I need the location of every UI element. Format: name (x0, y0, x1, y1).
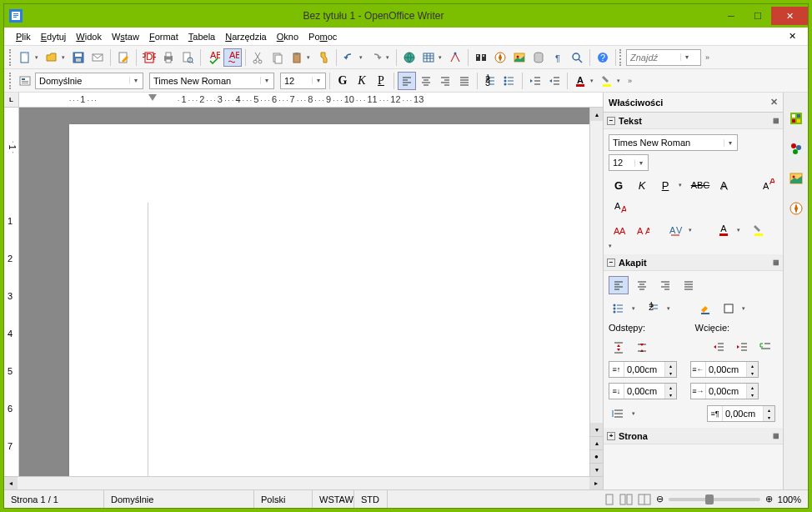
indent-first-input[interactable] (723, 406, 763, 421)
sidebar-numbering-dropdown[interactable]: ▾ (667, 305, 675, 312)
section-paragraph-toggle[interactable]: − (607, 259, 615, 267)
sidebar-fontcolor-dropdown[interactable]: ▾ (737, 227, 745, 233)
sidebar-parabg-button[interactable] (719, 299, 739, 318)
italic-button[interactable]: K (353, 72, 371, 90)
sidebar-underline-button[interactable]: P (655, 176, 675, 194)
indent-right-spinner[interactable]: ≡→ ▴▾ (690, 383, 759, 399)
auto-spellcheck-button[interactable]: ABC (223, 48, 242, 67)
sidebar-spacing-dropdown[interactable]: ▾ (689, 227, 697, 233)
undo-dropdown[interactable]: ▾ (359, 54, 366, 61)
redo-button[interactable] (367, 48, 385, 67)
section-page-header[interactable]: + Strona ▦ (604, 428, 783, 444)
scroll-down-button[interactable]: ▾ (590, 423, 603, 436)
horizontal-ruler[interactable]: L · · · 1 · · · · 1 · · · 2 · · · 3 · · … (4, 93, 603, 108)
decrease-indent-sidebar-button[interactable] (732, 338, 752, 356)
spacing-above-input[interactable] (624, 362, 664, 377)
find-dropdown[interactable]: ▾ (680, 53, 692, 61)
underline-button[interactable]: P (372, 72, 390, 90)
line-spacing-dropdown[interactable]: ▾ (632, 410, 640, 417)
sidebar-parabg-dropdown[interactable]: ▾ (742, 305, 750, 312)
save-button[interactable] (69, 48, 88, 67)
maximize-button[interactable]: ☐ (744, 7, 771, 25)
document-canvas[interactable] (19, 108, 589, 476)
indent-first-up[interactable]: ▴ (764, 406, 774, 414)
find-toolbar[interactable]: ▾ (626, 49, 701, 66)
open-dropdown[interactable]: ▾ (62, 54, 68, 61)
menu-file[interactable]: Plik (11, 30, 36, 43)
edit-file-button[interactable] (114, 48, 133, 67)
section-text-toggle[interactable]: − (607, 117, 615, 125)
status-insert-mode[interactable]: WSTAW (313, 490, 354, 508)
sidebar-bullets-dropdown[interactable]: ▾ (632, 305, 640, 312)
section-page-toggle[interactable]: + (607, 432, 615, 440)
hyperlink-button[interactable] (400, 48, 419, 67)
sidebar-align-center-button[interactable] (632, 276, 652, 294)
align-justify-button[interactable] (455, 72, 474, 90)
table-button[interactable] (419, 48, 438, 67)
indent-right-down[interactable]: ▾ (747, 391, 758, 399)
zoom-thumb[interactable] (705, 494, 714, 504)
toolbar-overflow[interactable]: » (705, 53, 709, 62)
page-text-area[interactable] (148, 203, 574, 476)
sidebar-highlight-dropdown[interactable]: ▾ (609, 243, 617, 249)
indent-first-spinner[interactable]: ≡¶ ▴▾ (707, 405, 775, 422)
view-layout-multi-icon[interactable] (619, 494, 633, 505)
styles-button[interactable] (16, 72, 34, 90)
status-page[interactable]: Strona 1 / 1 (4, 490, 104, 508)
sidebar-highlight-button[interactable] (749, 221, 769, 239)
copy-button[interactable] (268, 48, 287, 67)
font-size-arrow[interactable]: ▾ (312, 77, 323, 84)
find-replace-button[interactable] (472, 48, 490, 67)
sidetab-styles[interactable] (787, 139, 805, 158)
menu-help[interactable]: Pomoc (303, 30, 342, 43)
nonprinting-chars-button[interactable]: ¶ (549, 48, 567, 67)
show-draw-functions-button[interactable] (446, 48, 464, 67)
prev-page-button[interactable]: ▴ (590, 436, 603, 449)
sidebar-align-left-button[interactable] (609, 276, 629, 294)
view-layout-book-icon[interactable] (638, 494, 651, 505)
page-more-options[interactable]: ▦ (773, 432, 779, 439)
view-layout-single-icon[interactable] (604, 494, 614, 505)
data-sources-button[interactable] (529, 48, 548, 67)
scroll-right-button[interactable]: ▸ (589, 477, 603, 489)
menu-window[interactable]: Okno (272, 30, 303, 43)
indent-right-up[interactable]: ▴ (747, 384, 758, 391)
zoom-percent[interactable]: 100% (778, 494, 801, 504)
sidebar-strikethrough-button[interactable]: ABC (690, 176, 710, 194)
horizontal-scrollbar[interactable]: ◂ ▸ (4, 476, 603, 489)
sidetab-navigator[interactable] (787, 199, 805, 218)
align-right-button[interactable] (436, 72, 454, 90)
font-name-arrow[interactable]: ▾ (260, 77, 272, 84)
new-dropdown[interactable]: ▾ (35, 54, 42, 61)
sidebar-subscript-button[interactable]: AA (609, 198, 629, 216)
sidebar-spacing-button[interactable]: AV (665, 221, 685, 239)
sidebar-size-combo[interactable]: 12 ▾ (609, 154, 649, 171)
font-name-combo[interactable]: Times New Roman ▾ (149, 73, 274, 89)
vscroll-track[interactable] (590, 121, 603, 423)
section-text-header[interactable]: − Tekst ▦ (604, 113, 783, 129)
font-size-combo[interactable]: 12 ▾ (280, 73, 326, 89)
menu-insert[interactable]: Wstaw (107, 30, 144, 43)
toolbar-handle-3[interactable] (9, 73, 13, 89)
print-button[interactable] (159, 48, 178, 67)
sidebar-bold-button[interactable]: G (609, 176, 629, 194)
gallery-button[interactable] (510, 48, 529, 67)
help-button[interactable]: ? (594, 48, 612, 67)
increase-indent-sidebar-button[interactable] (709, 338, 729, 356)
vertical-scrollbar[interactable]: ▴ ▾ ▴ ● ▾ (589, 108, 603, 476)
sidebar-font-combo[interactable]: Times New Roman ▾ (609, 134, 738, 151)
hruler-track[interactable]: · · · 1 · · · · 1 · · · 2 · · · 3 · · · … (19, 93, 603, 107)
zoom-slider[interactable] (669, 498, 760, 501)
indent-left-up[interactable]: ▴ (747, 362, 758, 369)
formatting-overflow[interactable]: » (628, 77, 632, 85)
minimize-button[interactable]: ─ (718, 7, 744, 25)
undo-button[interactable] (340, 48, 358, 67)
spacing-above-up[interactable]: ▴ (665, 362, 676, 369)
increase-spacing-button[interactable] (609, 338, 629, 356)
numbering-button[interactable]: 123 (481, 72, 499, 90)
sidebar-superscript-button[interactable]: AA (757, 176, 777, 194)
paragraph-style-combo[interactable]: Domyślnie ▾ (35, 73, 143, 89)
spacing-above-spinner[interactable]: ≡↑ ▴▾ (609, 361, 677, 378)
hanging-indent-button[interactable] (755, 338, 775, 356)
zoom-button[interactable] (568, 48, 586, 67)
